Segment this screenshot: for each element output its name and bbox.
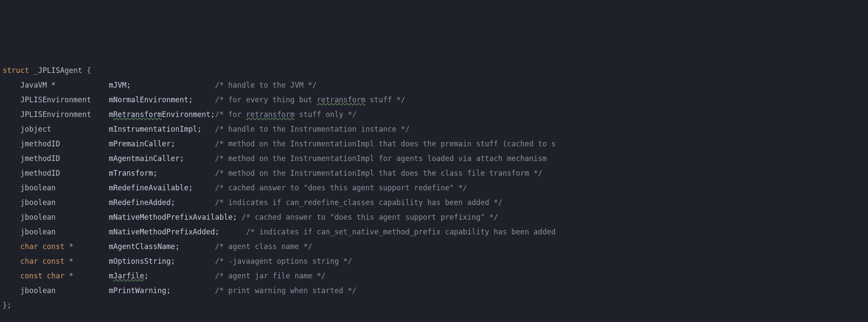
comment: /* method on the InstrumentationImpl for… [215,154,551,163]
code-line: jmethodID mAgentmainCaller; /* method on… [3,151,868,166]
code-line: jboolean mRedefineAvailable; /* cached a… [3,180,868,195]
type-name: jboolean [20,198,109,207]
member-name: mInstrumentationImpl; [109,125,215,133]
code-line: struct _JPLISAgent { [3,63,868,78]
type-punct: * [69,242,109,251]
comment: /* -javaagent options string */ [215,257,352,265]
type-name: jmethodID [20,169,109,177]
type-name: jmethodID [20,139,109,148]
member-name: mPremainCaller; [109,139,215,148]
member-name: mNativeMethodPrefixAvailable; [109,213,242,221]
member-name: mJVM [109,81,127,89]
comment: /* cached answer to "does this agent sup… [242,213,498,221]
code-line: char const * mOptionsString; /* -javaage… [3,254,868,268]
comment: /* agent jar file name */ [215,271,326,280]
type-name: jboolean [20,183,109,192]
type-name: jobject [20,125,109,133]
member-name: mNormalEnvironment; [109,95,215,104]
type-name: JavaVM * [20,81,109,89]
member-name: m [109,271,113,280]
member-warn: Jarfile [113,271,144,280]
type-punct: * [69,271,109,280]
code-line: jobject mInstrumentationImpl; /* handle … [3,122,868,136]
code-line: JPLISEnvironment mRetransformEnvironment… [3,107,868,122]
code-line: const char * mJarfile; /* agent jar file… [3,268,868,283]
code-line: jmethodID mPremainCaller; /* method on t… [3,136,868,151]
member-name: mTransform; [109,169,215,177]
comment: /* for [215,110,246,119]
type-keyword: char const [20,242,69,251]
struct-name: _JPLISAgent [34,66,83,75]
member-name: m [109,110,113,119]
code-line: jmethodID mTransform; /* method on the I… [3,166,868,180]
member-name: mOptionsString; [109,257,215,265]
type-name: jmethodID [20,154,109,163]
comment-warn: retransform [246,110,295,119]
member-post: Environment; [162,110,215,119]
comment: /* cached answer to "does this agent sup… [215,183,467,192]
code-line: char const * mAgentClassName; /* agent c… [3,239,868,254]
type-punct: * [69,257,109,265]
comment: /* handle to the Instrumentation instanc… [215,125,409,133]
code-line: }; [3,298,868,313]
comment: /* indicates if can_redefine_classes cap… [215,198,502,207]
close-brace: }; [3,301,11,309]
comment: stuff */ [365,95,405,104]
member-name: mAgentmainCaller; [109,154,215,163]
comment: /* for every thing but [215,95,316,104]
code-line: JavaVM * mJVM; /* handle to the JVM */ [3,78,868,92]
code-line: jboolean mNativeMethodPrefixAdded; /* in… [3,224,868,239]
code-line: JPLISEnvironment mNormalEnvironment; /* … [3,92,868,107]
comment: /* method on the InstrumentationImpl tha… [215,169,542,177]
struct-keyword: struct [3,66,29,75]
member-name: mPrintWarning; [109,286,215,295]
member-name: mAgentClassName; [109,242,215,251]
comment: stuff only */ [295,110,357,119]
comment: /* indicates if can_set_native_method_pr… [246,227,555,236]
comment: /* handle to the JVM */ [215,81,316,89]
code-line: jboolean mNativeMethodPrefixAvailable; /… [3,210,868,224]
code-block: struct _JPLISAgent { JavaVM * mJVM; /* h… [0,63,868,313]
type-name: JPLISEnvironment [20,110,109,119]
member-post: ; [127,81,215,89]
member-name: mRedefineAdded; [109,198,215,207]
code-line: jboolean mPrintWarning; /* print warning… [3,283,868,298]
member-name: mRedefineAvailable; [109,183,215,192]
comment-warn: retransform [317,95,366,104]
member-post: ; [144,271,215,280]
comment: /* method on the InstrumentationImpl tha… [215,139,555,148]
type-name: jboolean [20,227,109,236]
member-name: mNativeMethodPrefixAdded; [109,227,246,236]
type-keyword: const char [20,271,69,280]
code-line: jboolean mRedefineAdded; /* indicates if… [3,195,868,210]
type-name: jboolean [20,213,109,221]
type-keyword: char const [20,257,69,265]
type-name: JPLISEnvironment [20,95,109,104]
member-warn: Retransform [113,110,162,119]
comment: /* agent class name */ [215,242,312,251]
open-brace: { [87,66,91,75]
comment: /* print warning when started */ [215,286,357,295]
type-name: jboolean [20,286,109,295]
